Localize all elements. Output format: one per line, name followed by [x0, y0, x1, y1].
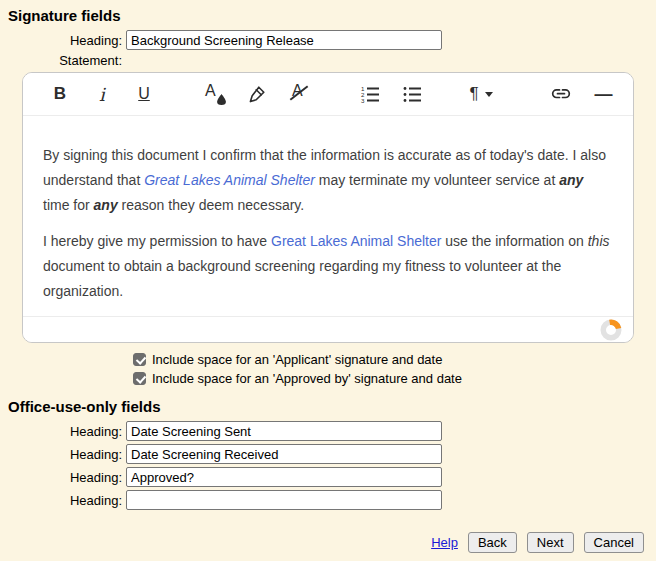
- highlight-marker-icon: [247, 84, 267, 104]
- office-heading-input-1[interactable]: [126, 421, 442, 441]
- statement-label: Statement:: [0, 53, 126, 68]
- spinner-icon: [600, 319, 622, 341]
- statement-paragraph-2: I hereby give my permission to have Grea…: [43, 229, 612, 304]
- signature-heading-input[interactable]: [126, 30, 442, 50]
- heading-label: Heading:: [0, 424, 126, 439]
- bullet-list-button[interactable]: [391, 77, 433, 111]
- insert-group: —: [540, 77, 624, 111]
- numbered-list-icon: 123: [360, 84, 380, 104]
- paragraph-group: ¶: [459, 77, 503, 111]
- underline-button[interactable]: U: [123, 77, 165, 111]
- bold-button[interactable]: B: [39, 77, 81, 111]
- wizard-footer: Help Back Next Cancel: [431, 532, 644, 553]
- highlight-button[interactable]: [236, 77, 278, 111]
- horizontal-rule-button[interactable]: —: [582, 77, 624, 111]
- bold-icon: B: [54, 84, 66, 104]
- heading-label: Heading:: [0, 447, 126, 462]
- approved-by-signature-checkbox[interactable]: [133, 372, 146, 385]
- office-field-row-2: Heading:: [0, 444, 656, 464]
- paragraph-format-button[interactable]: ¶: [459, 77, 503, 111]
- signature-section-title: Signature fields: [0, 0, 656, 27]
- statement-paragraph-1: By signing this document I confirm that …: [43, 143, 612, 218]
- next-button[interactable]: Next: [527, 532, 574, 553]
- link-icon: [550, 84, 572, 104]
- italic-icon: i: [99, 84, 105, 105]
- office-heading-input-2[interactable]: [126, 444, 442, 464]
- italic-button[interactable]: i: [81, 77, 123, 111]
- clear-formatting-icon: A: [290, 84, 308, 104]
- approved-by-signature-row: Include space for an 'Approved by' signa…: [133, 369, 656, 388]
- help-link[interactable]: Help: [431, 535, 458, 550]
- signature-heading-row: Heading:: [0, 30, 656, 50]
- heading-label: Heading:: [0, 470, 126, 485]
- paragraph-icon: ¶: [469, 84, 478, 104]
- org-link[interactable]: Great Lakes Animal Shelter: [144, 172, 315, 188]
- form-wizard-page: Signature fields Heading: Statement: B i…: [0, 0, 656, 561]
- insert-link-button[interactable]: [540, 77, 582, 111]
- editor-toolbar: B i U A: [23, 73, 633, 116]
- heading-label: Heading:: [0, 493, 126, 508]
- numbered-list-button[interactable]: 123: [349, 77, 391, 111]
- office-heading-input-3[interactable]: [126, 467, 442, 487]
- office-section-title: Office-use-only fields: [0, 388, 656, 418]
- office-heading-input-4[interactable]: [126, 490, 442, 510]
- org-link[interactable]: Great Lakes Animal Shelter: [271, 233, 441, 249]
- format-group: B i U: [39, 77, 165, 111]
- back-button[interactable]: Back: [468, 532, 517, 553]
- chevron-down-icon: [485, 92, 493, 97]
- horizontal-rule-icon: —: [595, 84, 612, 105]
- list-group: 123: [349, 77, 433, 111]
- svg-text:3: 3: [361, 97, 365, 104]
- bullet-list-icon: [402, 84, 422, 104]
- office-field-row-4: Heading:: [0, 490, 656, 510]
- text-color-icon: A: [205, 84, 225, 104]
- clear-formatting-button[interactable]: A: [278, 77, 320, 111]
- approved-by-signature-label: Include space for an 'Approved by' signa…: [152, 371, 462, 386]
- office-field-row-1: Heading:: [0, 421, 656, 441]
- heading-label: Heading:: [0, 33, 126, 48]
- applicant-signature-row: Include space for an 'Applicant' signatu…: [133, 350, 656, 369]
- color-group: A A: [194, 77, 320, 111]
- cancel-button[interactable]: Cancel: [584, 532, 644, 553]
- underline-icon: U: [138, 85, 150, 103]
- statement-row: Statement:: [0, 53, 656, 68]
- text-color-button[interactable]: A: [194, 77, 236, 111]
- applicant-signature-label: Include space for an 'Applicant' signatu…: [152, 352, 442, 367]
- rich-text-editor: B i U A: [22, 72, 634, 343]
- applicant-signature-checkbox[interactable]: [133, 353, 146, 366]
- editor-statusbar: [23, 316, 633, 342]
- office-field-row-3: Heading:: [0, 467, 656, 487]
- statement-editor-content[interactable]: By signing this document I confirm that …: [23, 116, 633, 316]
